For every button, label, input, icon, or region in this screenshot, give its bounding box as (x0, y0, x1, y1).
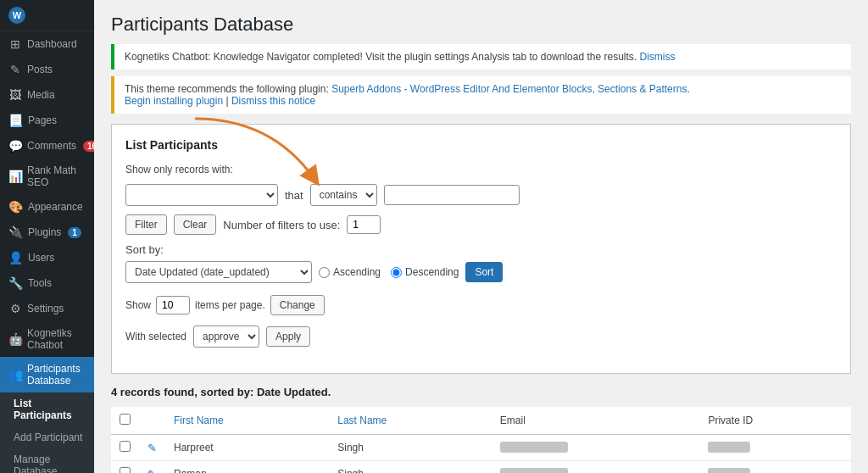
settings-icon: ⚙ (8, 302, 22, 315)
sort-field-select[interactable]: Date Updated (date_updated) (125, 261, 312, 283)
private-id-blurred (708, 442, 750, 453)
filter-value-input[interactable] (384, 185, 520, 205)
sidebar-item-plugins[interactable]: 🔌 Plugins 1 (0, 220, 94, 245)
last-name-cell: Singh (329, 461, 492, 474)
sidebar-item-comments[interactable]: 💬 Comments 167 (0, 133, 94, 159)
notice-yellow-text: This theme recommends the following plug… (125, 83, 329, 95)
tools-icon: 🔧 (8, 276, 23, 290)
sidebar-item-kognetiks-chatbot[interactable]: 🤖 Kognetiks Chatbot (0, 321, 94, 357)
sidebar-item-dashboard[interactable]: ⊞ Dashboard (0, 31, 94, 57)
row-checkbox-cell[interactable] (111, 435, 139, 461)
participants-submenu: List Participants Add Participant Manage… (0, 392, 94, 473)
comments-badge: 167 (83, 141, 94, 152)
first-name-header[interactable]: First Name (165, 407, 329, 435)
plugins-badge: 1 (68, 227, 81, 238)
row-edit-cell[interactable]: ✎ (139, 435, 165, 461)
edit-icon[interactable]: ✎ (147, 468, 157, 474)
sort-row: Date Updated (date_updated) Ascending De… (125, 261, 837, 283)
plugins-icon: 🔌 (8, 225, 23, 239)
email-header[interactable]: Email (492, 407, 700, 435)
sidebar-logo[interactable]: W (0, 0, 94, 31)
filter-buttons-row: Filter Clear Number of filters to use: (125, 214, 837, 235)
first-name-cell: Harpreet (165, 435, 329, 461)
section-title: List Participants (125, 138, 837, 152)
table-row: ✎ Harpreet Singh (111, 435, 851, 461)
ascending-label[interactable]: Ascending (319, 266, 381, 278)
filter-button[interactable]: Filter (125, 214, 167, 235)
sidebar-item-posts[interactable]: ✎ Posts (0, 57, 94, 82)
filter-condition-select[interactable]: contains (310, 184, 377, 206)
row-checkbox[interactable] (120, 441, 131, 452)
chatbot-icon: 🤖 (8, 332, 22, 346)
filter-label: Show only records with: (125, 164, 233, 175)
sort-order-group: Ascending Descending (319, 266, 459, 278)
sidebar: W ⊞ Dashboard ✎ Posts 🖼 Media 📃 Pages 💬 … (0, 0, 94, 473)
private-id-cell (699, 435, 851, 461)
wordpress-icon: W (8, 7, 25, 24)
show-per-page-row: Show items per page. Change (125, 295, 837, 315)
dashboard-icon: ⊞ (8, 37, 22, 51)
sidebar-item-pages[interactable]: 📃 Pages (0, 108, 94, 133)
sidebar-item-settings[interactable]: ⚙ Settings (0, 296, 94, 321)
notice-yellow-plugin-link[interactable]: Superb Addons - WordPress Editor And Ele… (331, 83, 687, 95)
sidebar-item-users[interactable]: 👤 Users (0, 245, 94, 270)
notice-yellow-dismiss-link[interactable]: Dismiss this notice (231, 95, 315, 107)
row-checkbox-cell[interactable] (111, 461, 139, 474)
filter-field-select[interactable] (125, 184, 278, 206)
comments-icon: 💬 (8, 139, 22, 153)
sort-button[interactable]: Sort (465, 262, 503, 282)
apply-button[interactable]: Apply (266, 326, 310, 347)
last-name-cell: Singh (329, 435, 492, 461)
select-all-checkbox[interactable] (120, 414, 131, 425)
with-selected-row: With selected approve Apply (125, 326, 837, 348)
sort-by-label: Sort by: (125, 243, 164, 256)
list-participants-section: List Participants Show only records with… (111, 124, 851, 374)
per-page-label: items per page. (195, 299, 265, 311)
row-checkbox[interactable] (120, 467, 131, 473)
notice-green-text: Kognetiks Chatbot: Knowledge Navigator c… (125, 51, 637, 63)
last-name-header[interactable]: Last Name (329, 407, 492, 435)
email-blurred (500, 442, 568, 453)
notice-green-dismiss-link[interactable]: Dismiss (639, 51, 675, 63)
submenu-list-participants[interactable]: List Participants (0, 392, 94, 426)
sidebar-item-participants-database[interactable]: 👥 Participants Database (0, 357, 94, 392)
items-per-page-input[interactable] (156, 296, 190, 314)
participants-table: First Name Last Name Email Private ID (111, 407, 851, 473)
sidebar-item-tools[interactable]: 🔧 Tools (0, 270, 94, 296)
num-filters-input[interactable] (347, 215, 381, 234)
edit-icon[interactable]: ✎ (147, 442, 157, 454)
filter-inputs-row: that contains (125, 184, 837, 206)
notice-green: Kognetiks Chatbot: Knowledge Navigator c… (111, 44, 851, 70)
notice-yellow-install-link[interactable]: Begin installing plugin (125, 95, 223, 107)
email-cell (492, 435, 700, 461)
email-blurred (500, 468, 568, 473)
show-label: Show (125, 299, 151, 311)
main-content: Participants Database Kognetiks Chatbot:… (94, 0, 868, 473)
users-icon: 👤 (8, 251, 23, 264)
clear-button[interactable]: Clear (174, 214, 217, 235)
change-per-page-button[interactable]: Change (270, 295, 325, 315)
sidebar-item-media[interactable]: 🖼 Media (0, 82, 94, 108)
appearance-icon: 🎨 (8, 200, 23, 214)
participants-icon: 👥 (8, 368, 22, 381)
actions-header (139, 407, 165, 435)
ascending-radio[interactable] (319, 267, 330, 278)
select-all-header[interactable] (111, 407, 139, 435)
private-id-cell (699, 461, 851, 474)
sidebar-item-appearance[interactable]: 🎨 Appearance (0, 194, 94, 220)
with-selected-select[interactable]: approve (193, 326, 259, 348)
sidebar-item-rank-math-seo[interactable]: 📊 Rank Math SEO (0, 159, 94, 194)
descending-radio[interactable] (391, 267, 402, 278)
submenu-add-participant[interactable]: Add Participant (0, 426, 94, 448)
submenu-manage-database-fields[interactable]: Manage Database Fields (0, 448, 94, 473)
first-name-cell: Raman (165, 461, 329, 474)
private-id-header[interactable]: Private ID (699, 407, 851, 435)
descending-label[interactable]: Descending (391, 266, 459, 278)
rank-math-icon: 📊 (8, 170, 22, 183)
that-label: that (285, 189, 303, 202)
media-icon: 🖼 (8, 88, 22, 102)
page-title: Participants Database (111, 14, 851, 36)
notice-yellow: This theme recommends the following plug… (111, 76, 851, 114)
row-edit-cell[interactable]: ✎ (139, 461, 165, 474)
with-selected-label: With selected (125, 331, 186, 342)
